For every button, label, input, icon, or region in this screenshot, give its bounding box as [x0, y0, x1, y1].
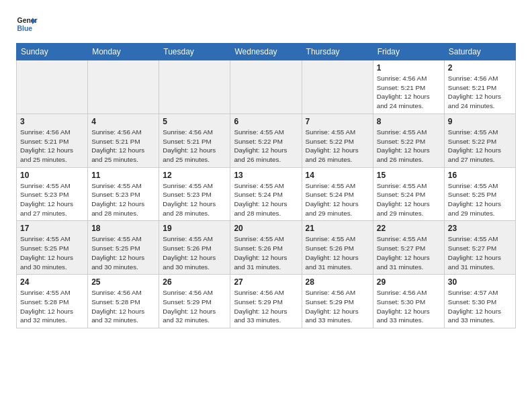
day-info: Sunrise: 4:56 AM Sunset: 5:21 PM Dayligh…: [163, 128, 226, 165]
day-number: 8: [377, 117, 441, 126]
calendar-cell: 12Sunrise: 4:55 AM Sunset: 5:23 PM Dayli…: [159, 167, 230, 221]
day-number: 4: [91, 117, 155, 126]
day-number: 9: [448, 117, 512, 126]
calendar-page: General Blue SundayMondayTuesdayWednesda…: [0, 0, 532, 339]
weekday-header-thursday: Thursday: [302, 44, 373, 60]
day-info: Sunrise: 4:55 AM Sunset: 5:22 PM Dayligh…: [306, 128, 369, 165]
day-info: Sunrise: 4:55 AM Sunset: 5:25 PM Dayligh…: [20, 234, 84, 271]
day-info: Sunrise: 4:56 AM Sunset: 5:21 PM Dayligh…: [448, 74, 512, 111]
calendar-cell: [302, 60, 373, 114]
calendar-cell: 28Sunrise: 4:56 AM Sunset: 5:29 PM Dayli…: [302, 275, 373, 328]
calendar-cell: 27Sunrise: 4:56 AM Sunset: 5:29 PM Dayli…: [230, 275, 302, 328]
calendar-cell: 9Sunrise: 4:55 AM Sunset: 5:22 PM Daylig…: [444, 113, 515, 167]
calendar-cell: 17Sunrise: 4:55 AM Sunset: 5:25 PM Dayli…: [17, 221, 88, 275]
day-number: 7: [306, 117, 369, 126]
calendar-cell: 23Sunrise: 4:55 AM Sunset: 5:27 PM Dayli…: [444, 221, 515, 275]
weekday-header-row: SundayMondayTuesdayWednesdayThursdayFrid…: [17, 44, 516, 60]
day-number: 2: [448, 63, 512, 73]
calendar-table: SundayMondayTuesdayWednesdayThursdayFrid…: [16, 43, 516, 328]
calendar-cell: [230, 60, 302, 114]
day-info: Sunrise: 4:55 AM Sunset: 5:25 PM Dayligh…: [448, 181, 512, 218]
day-info: Sunrise: 4:55 AM Sunset: 5:26 PM Dayligh…: [234, 234, 298, 271]
day-number: 3: [20, 117, 84, 126]
calendar-cell: [17, 60, 88, 114]
day-info: Sunrise: 4:55 AM Sunset: 5:26 PM Dayligh…: [163, 234, 226, 271]
calendar-row-0: 1Sunrise: 4:56 AM Sunset: 5:21 PM Daylig…: [17, 60, 516, 114]
weekday-header-friday: Friday: [373, 44, 444, 60]
calendar-cell: 10Sunrise: 4:55 AM Sunset: 5:23 PM Dayli…: [17, 167, 88, 221]
calendar-cell: 11Sunrise: 4:55 AM Sunset: 5:23 PM Dayli…: [88, 167, 159, 221]
day-info: Sunrise: 4:55 AM Sunset: 5:24 PM Dayligh…: [234, 181, 298, 218]
day-info: Sunrise: 4:56 AM Sunset: 5:21 PM Dayligh…: [91, 128, 155, 165]
calendar-cell: 18Sunrise: 4:55 AM Sunset: 5:25 PM Dayli…: [88, 221, 159, 275]
day-info: Sunrise: 4:56 AM Sunset: 5:21 PM Dayligh…: [377, 74, 441, 111]
calendar-cell: 3Sunrise: 4:56 AM Sunset: 5:21 PM Daylig…: [17, 113, 88, 167]
day-number: 12: [163, 171, 226, 180]
weekday-header-wednesday: Wednesday: [230, 44, 302, 60]
logo: General Blue: [16, 13, 38, 35]
day-number: 13: [234, 171, 298, 180]
day-info: Sunrise: 4:55 AM Sunset: 5:28 PM Dayligh…: [20, 288, 84, 325]
day-number: 14: [306, 171, 369, 180]
day-info: Sunrise: 4:55 AM Sunset: 5:22 PM Dayligh…: [234, 128, 298, 165]
calendar-cell: 30Sunrise: 4:57 AM Sunset: 5:30 PM Dayli…: [444, 275, 515, 328]
page-header: General Blue: [16, 13, 516, 35]
calendar-cell: 14Sunrise: 4:55 AM Sunset: 5:24 PM Dayli…: [302, 167, 373, 221]
svg-text:Blue: Blue: [17, 25, 33, 32]
logo-icon: General Blue: [16, 13, 38, 35]
calendar-cell: 7Sunrise: 4:55 AM Sunset: 5:22 PM Daylig…: [302, 113, 373, 167]
day-number: 24: [20, 277, 84, 287]
calendar-cell: 2Sunrise: 4:56 AM Sunset: 5:21 PM Daylig…: [444, 60, 515, 114]
weekday-header-saturday: Saturday: [444, 44, 515, 60]
calendar-cell: 25Sunrise: 4:56 AM Sunset: 5:28 PM Dayli…: [88, 275, 159, 328]
day-number: 20: [234, 224, 298, 233]
day-number: 22: [377, 224, 441, 233]
day-number: 17: [20, 224, 84, 233]
day-number: 23: [448, 224, 512, 233]
day-number: 1: [377, 63, 441, 73]
calendar-cell: 22Sunrise: 4:55 AM Sunset: 5:27 PM Dayli…: [373, 221, 444, 275]
day-info: Sunrise: 4:56 AM Sunset: 5:30 PM Dayligh…: [377, 288, 441, 325]
day-number: 5: [163, 117, 226, 126]
day-info: Sunrise: 4:56 AM Sunset: 5:29 PM Dayligh…: [306, 288, 369, 325]
weekday-header-tuesday: Tuesday: [159, 44, 230, 60]
day-number: 19: [163, 224, 226, 233]
calendar-cell: 19Sunrise: 4:55 AM Sunset: 5:26 PM Dayli…: [159, 221, 230, 275]
calendar-cell: 29Sunrise: 4:56 AM Sunset: 5:30 PM Dayli…: [373, 275, 444, 328]
calendar-cell: 21Sunrise: 4:55 AM Sunset: 5:26 PM Dayli…: [302, 221, 373, 275]
day-info: Sunrise: 4:56 AM Sunset: 5:29 PM Dayligh…: [234, 288, 298, 325]
calendar-cell: 26Sunrise: 4:56 AM Sunset: 5:29 PM Dayli…: [159, 275, 230, 328]
calendar-row-3: 17Sunrise: 4:55 AM Sunset: 5:25 PM Dayli…: [17, 221, 516, 275]
day-info: Sunrise: 4:55 AM Sunset: 5:24 PM Dayligh…: [377, 181, 441, 218]
day-info: Sunrise: 4:56 AM Sunset: 5:28 PM Dayligh…: [91, 288, 155, 325]
day-number: 11: [91, 171, 155, 180]
day-info: Sunrise: 4:55 AM Sunset: 5:23 PM Dayligh…: [20, 181, 84, 218]
day-number: 25: [91, 277, 155, 287]
day-number: 30: [448, 277, 512, 287]
day-number: 28: [306, 277, 369, 287]
day-number: 21: [306, 224, 369, 233]
day-info: Sunrise: 4:55 AM Sunset: 5:27 PM Dayligh…: [448, 234, 512, 271]
day-info: Sunrise: 4:55 AM Sunset: 5:23 PM Dayligh…: [163, 181, 226, 218]
calendar-cell: 16Sunrise: 4:55 AM Sunset: 5:25 PM Dayli…: [444, 167, 515, 221]
calendar-cell: 13Sunrise: 4:55 AM Sunset: 5:24 PM Dayli…: [230, 167, 302, 221]
calendar-row-1: 3Sunrise: 4:56 AM Sunset: 5:21 PM Daylig…: [17, 113, 516, 167]
day-info: Sunrise: 4:55 AM Sunset: 5:25 PM Dayligh…: [91, 234, 155, 271]
day-number: 16: [448, 171, 512, 180]
calendar-cell: 6Sunrise: 4:55 AM Sunset: 5:22 PM Daylig…: [230, 113, 302, 167]
calendar-cell: 20Sunrise: 4:55 AM Sunset: 5:26 PM Dayli…: [230, 221, 302, 275]
day-info: Sunrise: 4:57 AM Sunset: 5:30 PM Dayligh…: [448, 288, 512, 325]
day-number: 29: [377, 277, 441, 287]
day-number: 10: [20, 171, 84, 180]
day-info: Sunrise: 4:55 AM Sunset: 5:26 PM Dayligh…: [306, 234, 369, 271]
day-info: Sunrise: 4:55 AM Sunset: 5:27 PM Dayligh…: [377, 234, 441, 271]
day-number: 27: [234, 277, 298, 287]
day-info: Sunrise: 4:55 AM Sunset: 5:22 PM Dayligh…: [377, 128, 441, 165]
calendar-cell: 24Sunrise: 4:55 AM Sunset: 5:28 PM Dayli…: [17, 275, 88, 328]
weekday-header-monday: Monday: [88, 44, 159, 60]
calendar-cell: 1Sunrise: 4:56 AM Sunset: 5:21 PM Daylig…: [373, 60, 444, 114]
day-number: 18: [91, 224, 155, 233]
calendar-cell: 8Sunrise: 4:55 AM Sunset: 5:22 PM Daylig…: [373, 113, 444, 167]
day-info: Sunrise: 4:56 AM Sunset: 5:29 PM Dayligh…: [163, 288, 226, 325]
weekday-header-sunday: Sunday: [17, 44, 88, 60]
